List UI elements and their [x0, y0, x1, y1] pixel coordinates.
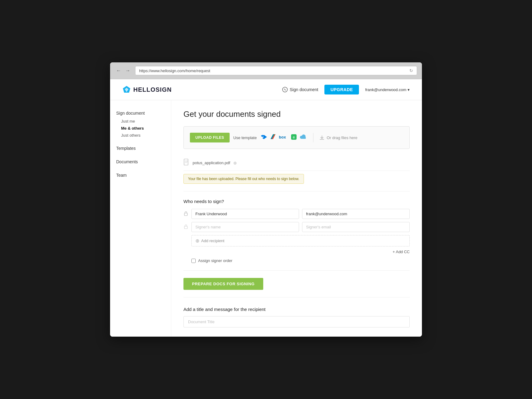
add-recipient-label: Add recipient: [201, 238, 224, 243]
svg-rect-17: [184, 226, 187, 229]
message-section: Add a title and message for the recipien…: [183, 307, 410, 327]
sidebar-me-and-others[interactable]: Me & others: [116, 125, 165, 131]
svg-text:✎: ✎: [284, 88, 286, 91]
signer-row-1: [183, 209, 410, 219]
who-needs-to-sign-section: Who needs to sign?: [183, 199, 410, 263]
browser-chrome: ← → https://www.hellosign.com/home/reque…: [110, 62, 422, 79]
app-header: HELLOSIGN ✎ Sign document UPGRADE frank@…: [110, 79, 422, 100]
lock-icon-2: [183, 224, 188, 230]
sidebar-team[interactable]: Team: [116, 172, 165, 179]
file-remove-button[interactable]: ⊗: [233, 161, 237, 165]
user-menu[interactable]: frank@underwood.com ▾: [365, 87, 410, 92]
google-drive-icon[interactable]: [270, 134, 276, 142]
add-recipient-row: ⊕ Add recipient: [191, 235, 410, 246]
logo-icon: [122, 85, 131, 94]
add-recipient-button[interactable]: ⊕ Add recipient: [191, 235, 410, 246]
sidebar-templates-section: Templates: [116, 145, 165, 152]
address-bar[interactable]: https://www.hellosign.com/home/request ↻: [135, 66, 417, 75]
sign-document-icon: ✎: [282, 87, 288, 92]
sidebar-sign-document[interactable]: Sign document: [116, 109, 165, 117]
box-icon[interactable]: box: [279, 135, 288, 141]
message-section-title: Add a title and message for the recipien…: [183, 307, 410, 312]
dropbox-icon[interactable]: [260, 134, 267, 142]
upload-success-banner: Your file has been uploaded. Please fill…: [183, 171, 410, 184]
evernote-icon[interactable]: e: [290, 134, 297, 142]
vertical-divider: [313, 133, 313, 142]
use-template-button[interactable]: Use template: [233, 135, 257, 140]
drag-files-area[interactable]: Or drag files here: [320, 135, 357, 140]
signer1-email-input[interactable]: [302, 209, 410, 219]
logo-text: HELLOSIGN: [133, 86, 172, 93]
lock-icon-1: [183, 211, 188, 217]
user-menu-chevron: ▾: [408, 87, 410, 92]
page-title: Get your documents signed: [183, 109, 410, 119]
section-divider-2: [183, 270, 410, 271]
file-name: potus_application.pdf: [193, 161, 230, 165]
prepare-docs-button[interactable]: PREPARE DOCS FOR SIGNING: [183, 278, 263, 290]
add-cc-row[interactable]: + Add CC: [191, 249, 410, 254]
svg-rect-11: [320, 139, 324, 140]
sidebar-templates[interactable]: Templates: [116, 145, 165, 152]
main-content: Get your documents signed UPLOAD FILES U…: [171, 100, 422, 337]
upload-files-button[interactable]: UPLOAD FILES: [190, 133, 230, 142]
signer-row-2: [183, 222, 410, 232]
forward-button[interactable]: →: [124, 67, 131, 74]
browser-window: ← → https://www.hellosign.com/home/reque…: [110, 62, 422, 337]
sidebar-documents-section: Documents: [116, 158, 165, 165]
sidebar-just-others[interactable]: Just others: [116, 132, 165, 139]
sidebar-documents[interactable]: Documents: [116, 158, 165, 165]
back-button[interactable]: ←: [115, 67, 122, 74]
add-cc-label: + Add CC: [393, 249, 410, 254]
svg-text:e: e: [293, 135, 295, 139]
document-title-input[interactable]: [183, 316, 410, 327]
upload-success-message: Your file has been uploaded. Please fill…: [183, 174, 304, 184]
section-divider-3: [183, 297, 410, 297]
sidebar-team-section: Team: [116, 172, 165, 179]
signer2-name-input[interactable]: [191, 222, 299, 232]
assign-signer-order-label: Assign signer order: [198, 258, 232, 263]
upgrade-button[interactable]: UPGRADE: [324, 85, 359, 94]
browser-nav: ← →: [115, 67, 131, 74]
logo-container: HELLOSIGN: [122, 85, 172, 94]
sidebar-just-me[interactable]: Just me: [116, 118, 165, 124]
section-divider-1: [183, 191, 410, 191]
svg-rect-16: [184, 213, 187, 216]
uploaded-file-item: potus_application.pdf ⊗: [183, 155, 410, 171]
app-body: Sign document Just me Me & others Just o…: [110, 100, 422, 337]
cloud-services: box e: [260, 134, 307, 142]
cloud-icon[interactable]: [300, 134, 307, 141]
url-text: https://www.hellosign.com/home/request: [139, 68, 210, 73]
svg-rect-12: [184, 159, 188, 165]
header-right: ✎ Sign document UPGRADE frank@underwood.…: [282, 85, 410, 94]
app-container: HELLOSIGN ✎ Sign document UPGRADE frank@…: [110, 79, 422, 337]
sidebar: Sign document Just me Me & others Just o…: [110, 100, 171, 337]
signer1-name-input[interactable]: [191, 209, 299, 219]
assign-signer-order-checkbox[interactable]: [191, 259, 196, 263]
sign-document-link[interactable]: ✎ Sign document: [282, 87, 318, 92]
upload-area: UPLOAD FILES Use template box: [183, 126, 410, 149]
file-icon: [183, 159, 190, 167]
sidebar-sign-section: Sign document Just me Me & others Just o…: [116, 109, 165, 139]
assign-signer-order-row: Assign signer order: [191, 258, 410, 263]
drag-files-label: Or drag files here: [327, 135, 357, 140]
svg-text:box: box: [279, 135, 286, 139]
refresh-icon[interactable]: ↻: [409, 68, 413, 73]
who-needs-to-sign-label: Who needs to sign?: [183, 199, 410, 204]
signer2-email-input[interactable]: [302, 222, 410, 232]
user-email: frank@underwood.com: [365, 87, 406, 92]
download-icon: [320, 135, 324, 140]
plus-circle-icon: ⊕: [195, 238, 199, 244]
